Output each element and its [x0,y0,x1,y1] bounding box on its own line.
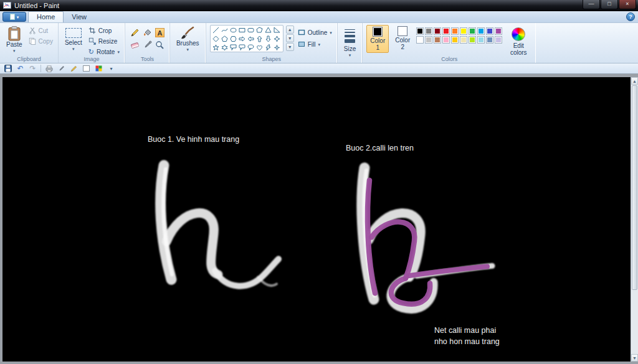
shape-star6-icon[interactable] [221,44,229,52]
gallery-expand-button[interactable]: ▼ [286,43,294,51]
shape-heart-icon[interactable] [255,44,264,52]
scroll-up-button[interactable]: ▲ [631,77,638,85]
paint-menu-button[interactable]: ▾ [2,12,26,22]
qat-print-button[interactable] [44,64,54,73]
edit-colors-button[interactable]: Edit colors [505,25,532,57]
qat-canvas-button[interactable] [82,64,91,73]
shape-right-triangle-icon[interactable] [273,26,281,34]
paste-button[interactable]: Paste ▾ [4,25,25,54]
select-label: Select [65,39,82,47]
outline-label: Outline [308,29,328,36]
cut-label: Cut [39,27,49,34]
shape-callout-rect-icon[interactable] [229,44,237,52]
paint-app-icon [3,1,11,9]
palette-swatch[interactable] [477,36,485,44]
scrollbar-thumb[interactable] [632,85,637,290]
shape-arrow-up-icon[interactable] [255,35,264,43]
gallery-scroll-down-button[interactable]: ▼ [286,34,294,42]
palette-swatch[interactable] [460,36,467,44]
shape-line-icon[interactable] [212,26,220,34]
palette-swatch[interactable] [495,27,502,35]
shape-arrow-left-icon[interactable] [247,35,255,43]
redo-button[interactable]: ↷ [28,64,37,73]
shape-arrow-down-icon[interactable] [264,35,272,43]
shape-arrow-right-icon[interactable] [238,35,246,43]
palette-swatch[interactable] [442,36,450,44]
drawing-surface[interactable]: Buoc 1. Ve hinh mau trang Buoc 2.calli l… [2,77,631,362]
text-tool-button[interactable]: A [154,27,166,39]
gallery-scroll-up-button[interactable]: ▲ [286,26,294,34]
palette-swatch[interactable] [460,27,467,35]
shape-polygon-icon[interactable] [255,26,264,34]
save-button[interactable] [3,64,12,73]
palette-swatch[interactable] [486,36,493,44]
fill-button[interactable]: Fill ▾ [297,40,333,49]
shape-callout-rounded-icon[interactable] [238,44,246,52]
shapes-gallery[interactable] [210,25,283,52]
vertical-scrollbar[interactable]: ▲ ▼ [631,77,638,362]
rotate-button[interactable]: ↻ Rotate ▾ [87,47,121,57]
shape-callout-oval-icon[interactable] [247,44,255,52]
scroll-down-button[interactable]: ▼ [631,354,638,362]
shape-rounded-rectangle-icon[interactable] [247,26,255,34]
outline-button[interactable]: Outline ▾ [297,28,333,37]
palette-swatch[interactable] [425,27,432,35]
palette-swatch[interactable] [469,27,476,35]
maximize-button[interactable]: □ [601,0,618,9]
shape-star4-icon[interactable] [273,35,281,43]
pencil-tool-button[interactable] [129,27,141,39]
size-button[interactable]: Size ▾ [341,25,358,58]
shape-lightning-icon[interactable] [264,44,272,52]
shape-curve-icon[interactable] [221,26,229,34]
tab-home[interactable]: Home [28,11,64,22]
shape-star-points-icon[interactable] [273,44,281,52]
color-picker-tool-button[interactable] [141,39,153,51]
palette-swatch[interactable] [469,36,476,44]
palette-swatch[interactable] [416,36,424,44]
palette-swatch[interactable] [442,27,450,35]
qat-color-picker-button[interactable] [57,64,66,73]
tools-group-label: Tools [125,56,169,62]
palette-swatch[interactable] [451,36,459,44]
shape-hexagon-icon[interactable] [229,35,237,43]
shape-diamond-icon[interactable] [212,35,220,43]
palette-swatch[interactable] [495,36,502,44]
qat-pencil-button[interactable] [69,64,79,73]
qat-palette-button[interactable] [94,64,103,73]
palette-swatch[interactable] [425,36,432,44]
drawing-canvas[interactable]: Buoc 1. Ve hinh mau trang Buoc 2.calli l… [2,77,631,362]
palette-swatch[interactable] [434,27,441,35]
brushes-button[interactable]: Brushes ▾ [174,25,202,53]
chevron-down-icon: ▾ [72,47,75,51]
copy-button[interactable]: Copy [27,37,54,45]
minimize-button[interactable]: — [583,0,600,9]
customize-toolbar-button[interactable]: ▾ [107,64,116,73]
shape-pentagon-icon[interactable] [221,35,229,43]
palette-swatch[interactable] [434,36,441,44]
shape-triangle-icon[interactable] [264,26,272,34]
help-button[interactable]: ? [626,12,635,21]
cut-button[interactable]: Cut [27,26,54,35]
shape-oval-icon[interactable] [229,26,237,34]
work-area: Buoc 1. Ve hinh mau trang Buoc 2.calli l… [0,75,638,364]
color1-button[interactable]: Color 1 [366,25,389,53]
undo-button[interactable]: ↶ [16,64,25,73]
select-button[interactable]: Select ▾ [62,25,85,52]
palette-swatch[interactable] [451,27,459,35]
palette-swatch[interactable] [486,27,493,35]
palette-swatch[interactable] [416,27,424,35]
close-button[interactable]: × [619,0,636,9]
shape-rectangle-icon[interactable] [238,26,246,34]
palette-swatch[interactable] [477,27,485,35]
shape-star5-icon[interactable] [212,44,220,52]
fill-tool-button[interactable] [141,27,153,39]
undo-icon: ↶ [17,64,23,73]
resize-button[interactable]: Resize [87,37,121,45]
color2-button[interactable]: Color 2 [391,25,414,52]
eraser-tool-button[interactable] [129,39,141,51]
tab-view[interactable]: View [64,12,95,22]
colors-group-label: Colors [363,56,536,62]
magnifier-tool-button[interactable] [154,39,166,51]
scrollbar-track[interactable] [631,85,638,354]
crop-button[interactable]: Crop [87,26,121,35]
